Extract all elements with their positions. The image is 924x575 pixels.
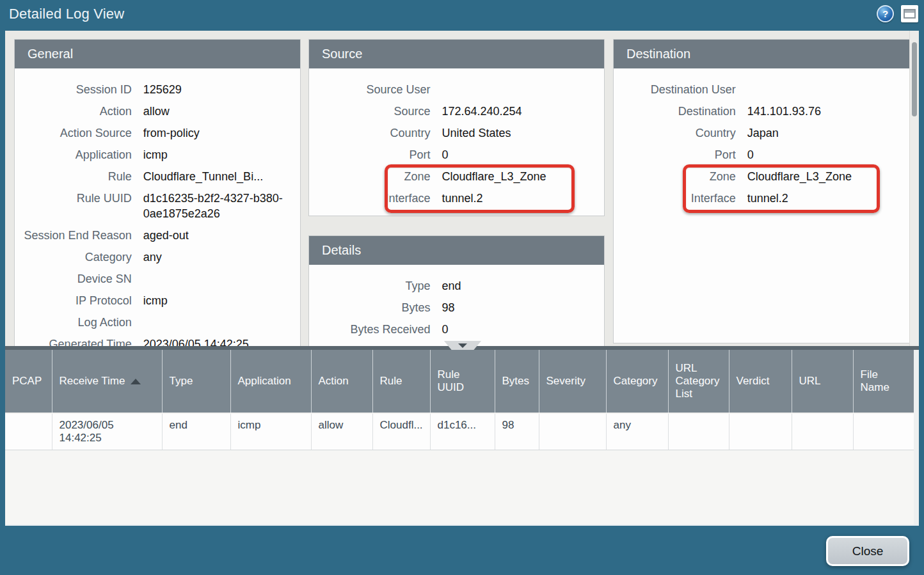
field-label: Source User: [309, 82, 442, 97]
field-value: 0: [442, 322, 604, 337]
column-header-bytes[interactable]: Bytes: [495, 350, 539, 413]
column-header-verdict[interactable]: Verdict: [729, 350, 792, 413]
field-value: Japan: [747, 125, 911, 141]
field-value: [143, 315, 300, 330]
field-value: tunnel.2: [442, 191, 604, 206]
destination-panel: Destination Destination User Destination…: [613, 39, 911, 343]
column-header-application[interactable]: Application: [230, 350, 311, 413]
scrollbar-track[interactable]: [909, 31, 919, 346]
column-header-receive-time[interactable]: Receive Time: [52, 350, 162, 413]
column-header-url[interactable]: URL: [792, 350, 853, 413]
log-table: PCAP Receive Time Type Application Actio…: [5, 350, 914, 450]
field-row: RuleCloudflare_Tunnel_Bi...: [15, 166, 300, 187]
field-value: end: [442, 278, 604, 294]
source-panel-title: Source: [309, 40, 604, 68]
field-value: 98: [442, 300, 604, 315]
field-label: Source: [309, 104, 442, 119]
field-value: 141.101.93.76: [747, 104, 911, 119]
field-row: Rule UUIDd1c16235-b2f2-4327-b380-0ae1875…: [15, 187, 300, 224]
general-panel-title: General: [15, 40, 300, 68]
field-label: Zone: [614, 169, 747, 184]
cell-rule: Cloudfl...: [372, 413, 430, 450]
column-label: Verdict: [737, 375, 770, 387]
field-row: Bytes Received0: [309, 319, 604, 340]
help-icon[interactable]: ?: [877, 5, 894, 22]
field-label: Action Source: [15, 125, 143, 141]
chevron-down-icon: [458, 343, 467, 348]
column-header-rule-uuid[interactable]: Rule UUID: [430, 350, 495, 413]
field-label: Country: [614, 125, 747, 141]
field-label: IP Protocol: [15, 293, 143, 308]
field-row: ZoneCloudflare_L3_Zone: [614, 166, 911, 187]
field-value: aged-out: [143, 228, 300, 243]
general-panel: General Session ID125629 Actionallow Act…: [14, 39, 301, 346]
cell-rule-uuid: d1c16...: [430, 413, 495, 450]
column-header-category[interactable]: Category: [606, 350, 668, 413]
field-label: Bytes Received: [309, 322, 442, 337]
field-value: [747, 82, 911, 97]
column-label: URL Category List: [676, 362, 720, 400]
window-icon[interactable]: [901, 5, 918, 22]
field-row: Actionallow: [15, 100, 300, 122]
field-row: Action Sourcefrom-policy: [15, 122, 300, 144]
field-value: 172.64.240.254: [442, 104, 604, 119]
field-row: ZoneCloudflare_L3_Zone: [309, 166, 604, 187]
field-row: Port0: [309, 144, 604, 166]
field-row: Port0: [614, 144, 911, 166]
column-label: Rule: [380, 375, 402, 387]
title-bar: Detailed Log View ?: [0, 0, 924, 31]
cell-bytes: 98: [495, 413, 539, 450]
field-label: Country: [309, 125, 442, 141]
log-table-pane: PCAP Receive Time Type Application Actio…: [5, 346, 919, 526]
field-value: [143, 271, 300, 287]
dialog-title: Detailed Log View: [9, 6, 124, 22]
destination-panel-title: Destination: [614, 40, 911, 68]
details-panel: Details Typeend Bytes98 Bytes Received0: [308, 235, 605, 346]
source-panel: Source Source User Source172.64.240.254 …: [308, 39, 605, 216]
field-label: Destination User: [614, 82, 747, 97]
field-row: Session ID125629: [15, 79, 300, 100]
field-value: [442, 82, 604, 97]
column-label: Category: [614, 375, 658, 387]
field-value: 2023/06/05 14:42:25: [143, 336, 300, 346]
field-row: Applicationicmp: [15, 144, 300, 166]
field-value: allow: [143, 104, 300, 119]
field-label: Port: [309, 147, 442, 162]
field-value: Cloudflare_Tunnel_Bi...: [143, 169, 300, 184]
column-label: Application: [238, 375, 291, 387]
column-label: Type: [170, 375, 193, 387]
log-table-row[interactable]: 2023/06/05 14:42:25 end icmp allow Cloud…: [5, 413, 914, 450]
column-header-pcap[interactable]: PCAP: [5, 350, 52, 413]
field-row: Destination User: [614, 79, 911, 100]
field-value: any: [143, 249, 300, 265]
details-panel-title: Details: [309, 236, 604, 265]
column-header-url-category-list[interactable]: URL Category List: [668, 350, 729, 413]
column-label: File Name: [861, 368, 889, 393]
column-header-action[interactable]: Action: [311, 350, 372, 413]
field-label: Action: [15, 104, 143, 119]
field-row: CountryJapan: [614, 122, 911, 144]
field-value: 125629: [143, 82, 300, 97]
field-row: Destination141.101.93.76: [614, 100, 911, 122]
field-label: Destination: [614, 104, 747, 119]
field-label: Session End Reason: [15, 228, 143, 243]
field-value: 0: [442, 147, 604, 162]
close-button[interactable]: Close: [826, 536, 909, 566]
field-row: IP Protocolicmp: [15, 290, 300, 311]
field-label: Interface: [309, 191, 442, 206]
field-label: Category: [15, 249, 143, 265]
column-header-type[interactable]: Type: [162, 350, 230, 413]
field-row: Categoryany: [15, 246, 300, 268]
cell-url: [792, 413, 853, 450]
field-row: Generated Time2023/06/05 14:42:25: [15, 333, 300, 346]
cell-type: end: [162, 413, 230, 450]
column-label: Rule UUID: [438, 368, 465, 393]
column-header-rule[interactable]: Rule: [372, 350, 430, 413]
scrollbar-thumb[interactable]: [912, 42, 917, 116]
column-header-severity[interactable]: Severity: [539, 350, 606, 413]
cell-receive-time: 2023/06/05 14:42:25: [52, 413, 162, 450]
column-label: Bytes: [502, 375, 530, 387]
table-scroll-gutter: [914, 350, 919, 524]
column-header-file-name[interactable]: File Name: [853, 350, 914, 413]
field-label: Rule UUID: [15, 191, 143, 221]
